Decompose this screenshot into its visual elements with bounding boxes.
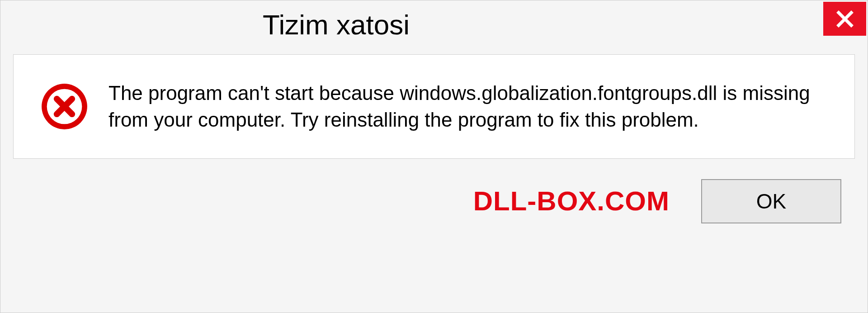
error-dialog: Tizim xatosi The program can't start bec… [0, 0, 868, 313]
ok-button[interactable]: OK [701, 179, 841, 223]
error-icon [41, 83, 88, 130]
content-panel: The program can't start because windows.… [13, 54, 855, 159]
dialog-title: Tizim xatosi [0, 0, 410, 51]
titlebar: Tizim xatosi [0, 0, 868, 51]
close-button[interactable] [823, 2, 866, 36]
watermark-text: DLL-BOX.COM [473, 185, 670, 217]
error-message: The program can't start because windows.… [108, 80, 832, 133]
dialog-footer: DLL-BOX.COM OK [0, 159, 868, 244]
close-icon [836, 10, 854, 28]
